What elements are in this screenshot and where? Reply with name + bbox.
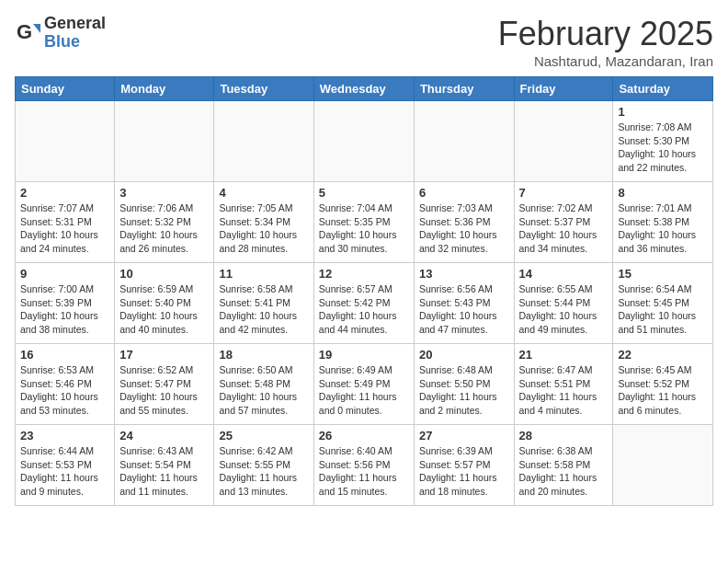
calendar-day-cell: 11Sunrise: 6:58 AM Sunset: 5:41 PM Dayli… (214, 263, 313, 344)
weekday-header: Sunday (16, 77, 115, 101)
day-number: 17 (119, 348, 209, 362)
day-info: Sunrise: 6:54 AM Sunset: 5:45 PM Dayligh… (618, 282, 708, 337)
calendar-day-cell: 7Sunrise: 7:02 AM Sunset: 5:37 PM Daylig… (514, 182, 613, 263)
calendar-day-cell: 22Sunrise: 6:45 AM Sunset: 5:52 PM Dayli… (613, 344, 713, 425)
day-number: 18 (219, 348, 308, 362)
day-number: 12 (319, 267, 409, 281)
day-info: Sunrise: 6:44 AM Sunset: 5:53 PM Dayligh… (20, 444, 109, 499)
day-info: Sunrise: 7:05 AM Sunset: 5:34 PM Dayligh… (219, 201, 308, 256)
day-number: 11 (219, 267, 308, 281)
calendar-week-row: 1Sunrise: 7:08 AM Sunset: 5:30 PM Daylig… (16, 101, 713, 182)
calendar-week-row: 9Sunrise: 7:00 AM Sunset: 5:39 PM Daylig… (16, 263, 713, 344)
day-info: Sunrise: 7:00 AM Sunset: 5:39 PM Dayligh… (20, 282, 109, 337)
day-info: Sunrise: 7:03 AM Sunset: 5:36 PM Dayligh… (419, 201, 509, 256)
day-info: Sunrise: 6:55 AM Sunset: 5:44 PM Dayligh… (519, 282, 609, 337)
calendar-week-row: 2Sunrise: 7:07 AM Sunset: 5:31 PM Daylig… (16, 182, 713, 263)
day-info: Sunrise: 6:39 AM Sunset: 5:57 PM Dayligh… (419, 444, 509, 499)
day-info: Sunrise: 6:40 AM Sunset: 5:56 PM Dayligh… (319, 444, 409, 499)
day-number: 10 (119, 267, 209, 281)
calendar-week-row: 23Sunrise: 6:44 AM Sunset: 5:53 PM Dayli… (16, 425, 713, 506)
day-number: 9 (20, 267, 109, 281)
day-info: Sunrise: 6:57 AM Sunset: 5:42 PM Dayligh… (319, 282, 409, 337)
day-number: 19 (319, 348, 409, 362)
page-header: G General Blue February 2025 Nashtarud, … (15, 15, 713, 69)
weekday-header: Friday (514, 77, 613, 101)
calendar-day-cell (313, 101, 414, 182)
weekday-header: Saturday (613, 77, 713, 101)
calendar-day-cell: 14Sunrise: 6:55 AM Sunset: 5:44 PM Dayli… (514, 263, 613, 344)
day-info: Sunrise: 6:38 AM Sunset: 5:58 PM Dayligh… (519, 444, 609, 499)
title-block: February 2025 Nashtarud, Mazandaran, Ira… (498, 15, 713, 69)
calendar-day-cell: 27Sunrise: 6:39 AM Sunset: 5:57 PM Dayli… (414, 425, 514, 506)
calendar-day-cell: 2Sunrise: 7:07 AM Sunset: 5:31 PM Daylig… (16, 182, 115, 263)
calendar-day-cell (214, 101, 313, 182)
calendar-day-cell: 19Sunrise: 6:49 AM Sunset: 5:49 PM Dayli… (313, 344, 414, 425)
calendar-day-cell: 6Sunrise: 7:03 AM Sunset: 5:36 PM Daylig… (414, 182, 514, 263)
day-info: Sunrise: 6:53 AM Sunset: 5:46 PM Dayligh… (20, 363, 109, 418)
day-info: Sunrise: 6:59 AM Sunset: 5:40 PM Dayligh… (119, 282, 209, 337)
day-info: Sunrise: 7:08 AM Sunset: 5:30 PM Dayligh… (618, 121, 708, 175)
day-number: 25 (219, 429, 308, 442)
calendar-day-cell: 17Sunrise: 6:52 AM Sunset: 5:47 PM Dayli… (115, 344, 214, 425)
weekday-header: Wednesday (313, 77, 414, 101)
day-info: Sunrise: 6:45 AM Sunset: 5:52 PM Dayligh… (618, 363, 708, 418)
day-info: Sunrise: 7:02 AM Sunset: 5:37 PM Dayligh… (519, 201, 609, 256)
logo-icon: G (15, 20, 40, 46)
month-title: February 2025 (498, 15, 713, 53)
weekday-header: Thursday (414, 77, 514, 101)
day-info: Sunrise: 6:43 AM Sunset: 5:54 PM Dayligh… (119, 444, 209, 499)
day-number: 26 (319, 429, 409, 442)
day-number: 5 (319, 186, 409, 200)
calendar-day-cell: 16Sunrise: 6:53 AM Sunset: 5:46 PM Dayli… (16, 344, 115, 425)
calendar-week-row: 16Sunrise: 6:53 AM Sunset: 5:46 PM Dayli… (16, 344, 713, 425)
day-info: Sunrise: 6:47 AM Sunset: 5:51 PM Dayligh… (519, 363, 609, 418)
day-number: 16 (20, 348, 109, 362)
day-info: Sunrise: 7:01 AM Sunset: 5:38 PM Dayligh… (618, 201, 708, 256)
logo-general-text: General (44, 15, 106, 33)
day-number: 20 (419, 348, 509, 362)
day-number: 14 (519, 267, 609, 281)
calendar-day-cell: 5Sunrise: 7:04 AM Sunset: 5:35 PM Daylig… (313, 182, 414, 263)
day-info: Sunrise: 6:50 AM Sunset: 5:48 PM Dayligh… (219, 363, 308, 418)
weekday-header: Tuesday (214, 77, 313, 101)
svg-text:G: G (17, 20, 32, 43)
day-number: 1 (618, 105, 708, 119)
day-number: 21 (519, 348, 609, 362)
day-info: Sunrise: 6:52 AM Sunset: 5:47 PM Dayligh… (119, 363, 209, 418)
day-number: 27 (419, 429, 509, 442)
calendar-day-cell (613, 425, 713, 506)
day-info: Sunrise: 6:42 AM Sunset: 5:55 PM Dayligh… (219, 444, 308, 499)
day-number: 2 (20, 186, 109, 200)
calendar-day-cell: 4Sunrise: 7:05 AM Sunset: 5:34 PM Daylig… (214, 182, 313, 263)
day-info: Sunrise: 6:48 AM Sunset: 5:50 PM Dayligh… (419, 363, 509, 418)
calendar-day-cell: 9Sunrise: 7:00 AM Sunset: 5:39 PM Daylig… (16, 263, 115, 344)
calendar-day-cell: 1Sunrise: 7:08 AM Sunset: 5:30 PM Daylig… (613, 101, 713, 182)
day-number: 23 (20, 429, 109, 442)
calendar-day-cell: 8Sunrise: 7:01 AM Sunset: 5:38 PM Daylig… (613, 182, 713, 263)
location-subtitle: Nashtarud, Mazandaran, Iran (498, 53, 713, 69)
day-number: 15 (618, 267, 708, 281)
calendar-day-cell: 10Sunrise: 6:59 AM Sunset: 5:40 PM Dayli… (115, 263, 214, 344)
calendar-day-cell (514, 101, 613, 182)
day-number: 24 (119, 429, 209, 442)
calendar-day-cell: 24Sunrise: 6:43 AM Sunset: 5:54 PM Dayli… (115, 425, 214, 506)
logo-blue-text: Blue (44, 33, 106, 52)
day-number: 22 (618, 348, 708, 362)
calendar-day-cell: 12Sunrise: 6:57 AM Sunset: 5:42 PM Dayli… (313, 263, 414, 344)
calendar-table: SundayMondayTuesdayWednesdayThursdayFrid… (15, 76, 713, 506)
calendar-day-cell: 15Sunrise: 6:54 AM Sunset: 5:45 PM Dayli… (613, 263, 713, 344)
day-info: Sunrise: 7:06 AM Sunset: 5:32 PM Dayligh… (119, 201, 209, 256)
svg-marker-1 (33, 24, 40, 33)
day-number: 13 (419, 267, 509, 281)
day-info: Sunrise: 6:49 AM Sunset: 5:49 PM Dayligh… (319, 363, 409, 418)
day-number: 8 (618, 186, 708, 200)
logo: G General Blue (15, 15, 106, 52)
calendar-day-cell: 21Sunrise: 6:47 AM Sunset: 5:51 PM Dayli… (514, 344, 613, 425)
day-number: 3 (119, 186, 209, 200)
day-number: 28 (519, 429, 609, 442)
calendar-day-cell (115, 101, 214, 182)
calendar-day-cell: 26Sunrise: 6:40 AM Sunset: 5:56 PM Dayli… (313, 425, 414, 506)
calendar-day-cell: 18Sunrise: 6:50 AM Sunset: 5:48 PM Dayli… (214, 344, 313, 425)
calendar-day-cell: 20Sunrise: 6:48 AM Sunset: 5:50 PM Dayli… (414, 344, 514, 425)
day-number: 4 (219, 186, 308, 200)
